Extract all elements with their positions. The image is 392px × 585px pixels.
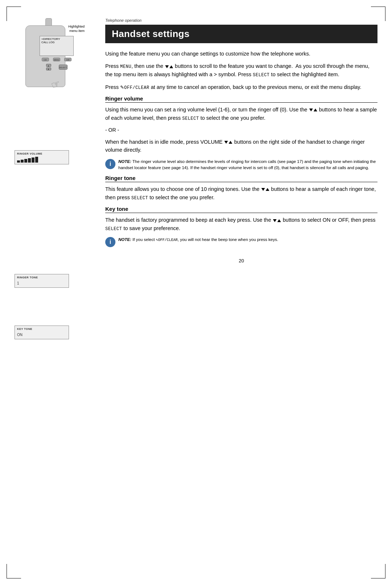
key-tone-heading-section: Key tone xyxy=(105,206,377,213)
note-label-2: NOTE: xyxy=(118,237,131,242)
note-icon-2: i xyxy=(105,237,115,247)
ringer-volume-heading: Ringer volume xyxy=(105,95,377,102)
note-text-1: NOTE: The ringer volume level also deter… xyxy=(118,159,377,171)
title-banner: Handset settings xyxy=(105,25,377,43)
phone-screen: >DIRECTORY CALL LOG xyxy=(40,36,74,56)
highlighted-menu-label: Highlighted menu item xyxy=(68,25,85,33)
vol-bar-2 xyxy=(21,160,24,163)
up-triangle-1 xyxy=(170,65,173,68)
corner-br xyxy=(371,564,385,578)
off-slash-icon: ✎ xyxy=(120,85,124,90)
ringer-volume-bars xyxy=(17,156,66,163)
ringer-volume-note: i NOTE: The ringer volume level also det… xyxy=(105,159,377,171)
corner-tr xyxy=(371,7,385,21)
phone-nav-row: ▲ ▼ SELECT xyxy=(42,64,71,71)
key-tone-section-left: KEY TONE ON xyxy=(15,324,69,342)
note-icon-1: i xyxy=(105,159,115,169)
cid-button: CID xyxy=(42,58,49,61)
ringer-tone-lcd-value: 1 xyxy=(17,280,66,286)
phone-illustration: Highlighted menu item >DIRECTORY CALL LO… xyxy=(15,18,83,91)
right-column: Telephone operation Handset settings Usi… xyxy=(94,18,377,342)
note-text-2: NOTE: If you select ✎OFF/CLEAR, you will… xyxy=(118,237,278,243)
select-keyword-3: SELECT xyxy=(131,196,148,201)
offclear-keyword: OFF/CLEAR xyxy=(124,85,149,90)
section-label: Telephone operation xyxy=(105,18,377,22)
vol-bar-1 xyxy=(17,160,20,163)
hand-pointer: ☞ xyxy=(49,77,62,92)
intro-para3: Press ✎OFF/CLEAR at any time to cancel a… xyxy=(105,83,377,91)
key-tone-lcd-value: ON xyxy=(17,331,66,338)
screen-directory: >DIRECTORY xyxy=(41,37,72,41)
select-keyword-4: SELECT xyxy=(105,226,122,232)
down-triangle-2 xyxy=(309,109,313,111)
menu-button: MENU xyxy=(53,58,60,61)
key-tone-lcd-label: KEY TONE xyxy=(17,327,66,331)
ringer-tone-heading: Ringer tone xyxy=(105,175,377,181)
down-triangle-3 xyxy=(224,141,228,144)
note-content-1: The ringer volume level also determines … xyxy=(118,159,376,170)
nav-arrows: ▲ ▼ xyxy=(46,64,51,71)
ringer-volume-lcd-label: RINGER VOLUME xyxy=(17,152,66,155)
ringer-volume-section-left: RINGER VOLUME xyxy=(15,149,69,167)
note-label-1: NOTE: xyxy=(118,159,131,164)
ringer-tone-heading-section: Ringer tone xyxy=(105,175,377,182)
ringer-tone-lcd: RINGER TONE 1 xyxy=(15,274,69,288)
or-separator: - OR - xyxy=(105,126,377,134)
corner-bl xyxy=(7,564,21,578)
select-button: SELECT xyxy=(59,65,68,70)
phone-buttons-row: CID MENU DIR xyxy=(40,58,74,61)
ringer-volume-lcd: RINGER VOLUME xyxy=(15,150,69,164)
up-arrow-btn: ▲ xyxy=(46,64,51,67)
screen-calllog: CALL LOG xyxy=(41,41,72,44)
up-triangle-3 xyxy=(229,141,232,144)
offclear-keyword-2: ✎OFF/CLEAR xyxy=(156,238,178,242)
up-triangle-5 xyxy=(277,219,281,222)
ringer-tone-section-left: RINGER TONE 1 xyxy=(15,273,69,291)
vol-bar-3 xyxy=(24,159,27,163)
key-tone-note: i NOTE: If you select ✎OFF/CLEAR, you wi… xyxy=(105,237,377,247)
page-title: Handset settings xyxy=(112,28,371,40)
ringer-tone-lcd-label: RINGER TONE xyxy=(17,276,66,279)
down-triangle-1 xyxy=(165,65,169,68)
down-triangle-4 xyxy=(261,188,265,191)
intro-para1: Using the feature menu you can change se… xyxy=(105,50,377,58)
key-tone-value: ON xyxy=(17,333,23,337)
down-triangle-5 xyxy=(273,219,277,222)
down-arrow-btn: ▼ xyxy=(46,68,51,70)
up-triangle-4 xyxy=(266,188,269,191)
key-tone-para1: The handset is factory programmed to bee… xyxy=(105,216,377,232)
menu-keyword: MENU xyxy=(120,64,131,69)
up-triangle-2 xyxy=(314,109,317,111)
ringer-volume-heading-section: Ringer volume xyxy=(105,95,377,103)
dir-button: DIR xyxy=(64,58,72,61)
ringer-tone-para1: This feature allows you to choose one of… xyxy=(105,185,377,201)
key-tone-lcd: KEY TONE ON xyxy=(15,326,69,339)
vol-bar-6 xyxy=(35,157,38,163)
vol-bar-4 xyxy=(28,158,31,163)
left-column: Highlighted menu item >DIRECTORY CALL LO… xyxy=(15,18,94,342)
vol-bar-5 xyxy=(32,158,34,163)
volume-bar-container xyxy=(17,156,66,163)
page-number: 20 xyxy=(105,258,377,263)
ringer-tone-value: 1 xyxy=(17,281,19,285)
ringer-volume-para1: Using this menu you can set a ring volum… xyxy=(105,106,377,122)
ringer-volume-para2: When the handset is in idle mode, press … xyxy=(105,138,377,154)
select-keyword-2: SELECT xyxy=(182,116,199,121)
phone-body: >DIRECTORY CALL LOG CID MENU DIR ▲ ▼ SEL… xyxy=(25,25,65,87)
key-tone-heading: Key tone xyxy=(105,206,377,212)
intro-para2: Press MENU, then use the buttons to scro… xyxy=(105,62,377,78)
select-keyword-1: SELECT xyxy=(253,73,270,78)
